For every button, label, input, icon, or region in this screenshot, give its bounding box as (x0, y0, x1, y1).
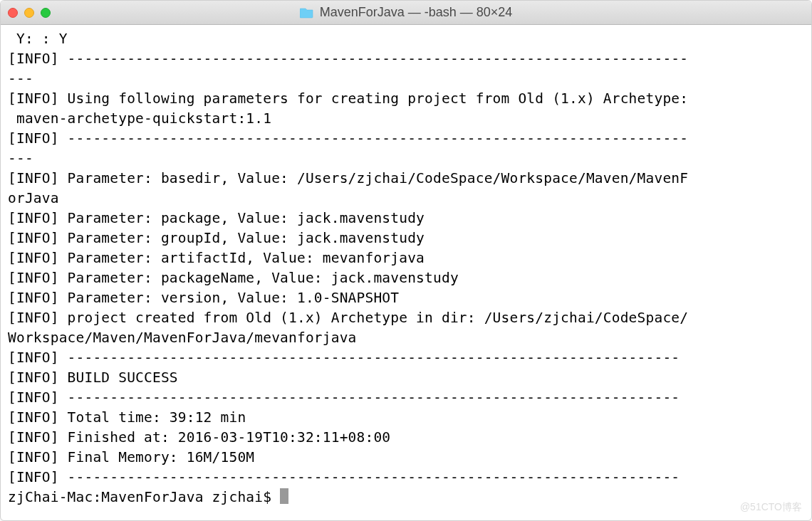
terminal-line: Y: : Y (8, 31, 68, 47)
terminal-output[interactable]: Y: : Y [INFO] --------------------------… (1, 25, 811, 512)
terminal-line: [INFO] Using following parameters for cr… (8, 90, 688, 107)
terminal-line: [INFO] Total time: 39:12 min (8, 409, 246, 426)
terminal-window: MavenForJava — -bash — 80×24 Y: : Y [INF… (0, 0, 812, 521)
terminal-line: [INFO] BUILD SUCCESS (8, 369, 178, 386)
terminal-line: [INFO] ---------------------------------… (8, 349, 680, 366)
terminal-line: [INFO] Parameter: packageName, Value: ja… (8, 270, 459, 286)
window-title-group: MavenForJava — -bash — 80×24 (300, 5, 513, 20)
titlebar[interactable]: MavenForJava — -bash — 80×24 (1, 1, 811, 25)
watermark: @51CTO博客 (740, 501, 802, 514)
terminal-line: orJava (8, 190, 59, 206)
terminal-line: [INFO] ---------------------------------… (8, 389, 680, 406)
terminal-line: [INFO] Parameter: groupId, Value: jack.m… (8, 230, 425, 246)
terminal-line: [INFO] ---------------------------------… (8, 130, 688, 147)
close-button[interactable] (8, 8, 18, 18)
terminal-line: [INFO] project created from Old (1.x) Ar… (8, 310, 688, 326)
terminal-line: --- (8, 70, 33, 87)
terminal-line: [INFO] Parameter: basedir, Value: /Users… (8, 170, 688, 186)
maximize-button[interactable] (41, 8, 51, 18)
terminal-line: [INFO] ---------------------------------… (8, 469, 680, 485)
terminal-line: --- (8, 150, 33, 167)
terminal-line: [INFO] Finished at: 2016-03-19T10:32:11+… (8, 429, 390, 446)
window-title: MavenForJava — -bash — 80×24 (320, 5, 513, 20)
terminal-line: [INFO] Parameter: artifactId, Value: mev… (8, 250, 425, 266)
folder-icon (300, 7, 314, 19)
terminal-line: [INFO] ---------------------------------… (8, 51, 688, 67)
terminal-line: [INFO] Parameter: version, Value: 1.0-SN… (8, 290, 399, 306)
terminal-line: maven-archetype-quickstart:1.1 (8, 110, 271, 127)
minimize-button[interactable] (24, 8, 34, 18)
terminal-line: [INFO] Final Memory: 16M/150M (8, 449, 254, 465)
terminal-line: [INFO] Parameter: package, Value: jack.m… (8, 210, 425, 226)
terminal-line: Workspace/Maven/MavenForJava/mevanforjav… (8, 330, 357, 346)
cursor-icon (280, 488, 288, 504)
terminal-prompt: zjChai-Mac:MavenForJava zjchai$ (8, 489, 280, 505)
traffic-lights (8, 8, 51, 18)
